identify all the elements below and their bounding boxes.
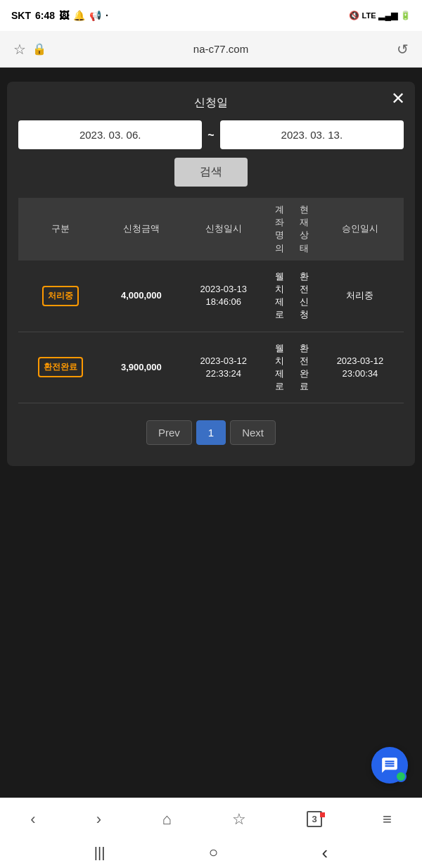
- bookmark-button[interactable]: ☆: [224, 807, 255, 831]
- row2-status: 환전완료: [18, 332, 103, 403]
- col-header-status: 구분: [18, 198, 103, 260]
- status-bar: SKT 6:48 🖼 🔔 📢 · 🔇 LTE ▂▄▆ 🔋: [0, 0, 422, 31]
- table-row: 처리중 4,000,000 2023-03-1318:46:06 웰치제로 환전…: [18, 260, 404, 332]
- bookmark-icon[interactable]: ☆: [10, 39, 30, 59]
- row1-status: 처리중: [18, 260, 103, 332]
- search-button[interactable]: 검색: [174, 158, 248, 187]
- status-left: SKT 6:48 🖼 🔔 📢 ·: [11, 10, 108, 21]
- status-badge-complete: 환전완료: [38, 357, 83, 377]
- col-header-amount: 신청금액: [103, 198, 180, 260]
- row2-amount: 3,900,000: [103, 332, 180, 403]
- image-icon: 🖼: [59, 10, 69, 21]
- refresh-icon[interactable]: ↺: [392, 39, 412, 59]
- col-header-datetime: 신청일시: [180, 198, 267, 260]
- chat-icon: [381, 756, 399, 774]
- col-header-account: 계좌명의: [267, 198, 292, 260]
- home-button[interactable]: ⌂: [153, 807, 179, 831]
- battery-icon: 🔋: [400, 11, 411, 20]
- prev-button[interactable]: Prev: [146, 420, 192, 445]
- main-content: ✕ 신청일 ~ 검색 구분 신청금액 신청일시 계좌명의 현재상태 승인일시: [0, 68, 422, 798]
- row1-amount: 4,000,000: [103, 260, 180, 332]
- mute-icon: 🔇: [349, 11, 359, 20]
- row1-current-status: 환전신청: [292, 260, 316, 332]
- system-home-button[interactable]: ○: [209, 843, 218, 862]
- col-header-approval: 승인일시: [316, 198, 404, 260]
- row2-account: 웰치제로: [267, 332, 292, 403]
- signal-icon: ▂▄▆: [378, 11, 397, 20]
- table-header-row: 구분 신청금액 신청일시 계좌명의 현재상태 승인일시: [18, 198, 404, 260]
- next-button[interactable]: Next: [230, 420, 276, 445]
- date-separator: ~: [207, 129, 214, 141]
- status-right: 🔇 LTE ▂▄▆ 🔋: [349, 11, 411, 20]
- forward-button[interactable]: ›: [88, 807, 110, 831]
- lte-icon: LTE: [362, 11, 376, 20]
- tabs-button[interactable]: 3: [298, 808, 330, 830]
- table-row: 환전완료 3,900,000 2023-03-1222:33:24 웰치제로 환…: [18, 332, 404, 403]
- status-badge-processing: 처리중: [42, 286, 79, 306]
- bottom-nav: ‹ › ⌂ ☆ 3 ≡: [0, 798, 422, 837]
- browser-bar: ☆ 🔒 na-c77.com ↺: [0, 31, 422, 68]
- speaker-icon: 📢: [89, 10, 101, 21]
- url-display[interactable]: na-c77.com: [49, 43, 392, 55]
- chat-bubble-button[interactable]: [371, 747, 408, 784]
- search-button-wrapper: 검색: [18, 158, 404, 187]
- date-end-input[interactable]: [220, 120, 404, 149]
- page-1-button[interactable]: 1: [196, 420, 226, 445]
- modal-dialog: ✕ 신청일 ~ 검색 구분 신청금액 신청일시 계좌명의 현재상태 승인일시: [7, 82, 415, 466]
- dot-icon: ·: [106, 10, 108, 21]
- col-header-current-status: 현재상태: [292, 198, 316, 260]
- recent-apps-button[interactable]: |||: [94, 845, 106, 861]
- modal-title: 신청일: [18, 96, 404, 111]
- row2-current-status: 환전완료: [292, 332, 316, 403]
- carrier-text: SKT: [11, 10, 31, 21]
- date-range: ~: [18, 120, 404, 149]
- menu-button[interactable]: ≡: [374, 807, 400, 831]
- notification-icon: 🔔: [73, 10, 85, 21]
- close-button[interactable]: ✕: [391, 90, 405, 107]
- back-button[interactable]: ‹: [22, 807, 44, 831]
- lock-icon: 🔒: [30, 39, 49, 59]
- date-start-input[interactable]: [18, 120, 202, 149]
- row1-datetime: 2023-03-1318:46:06: [180, 260, 267, 332]
- data-table: 구분 신청금액 신청일시 계좌명의 현재상태 승인일시 처리중 4,000,00…: [18, 198, 404, 403]
- row1-account: 웰치제로: [267, 260, 292, 332]
- time-text: 6:48: [35, 10, 55, 21]
- system-nav: ||| ○ ‹: [0, 837, 422, 868]
- row2-datetime: 2023-03-1222:33:24: [180, 332, 267, 403]
- row2-approval: 2023-03-1223:00:34: [316, 332, 404, 403]
- row1-approval: 처리중: [316, 260, 404, 332]
- pagination: Prev 1 Next: [18, 420, 404, 445]
- system-back-button[interactable]: ‹: [322, 842, 328, 864]
